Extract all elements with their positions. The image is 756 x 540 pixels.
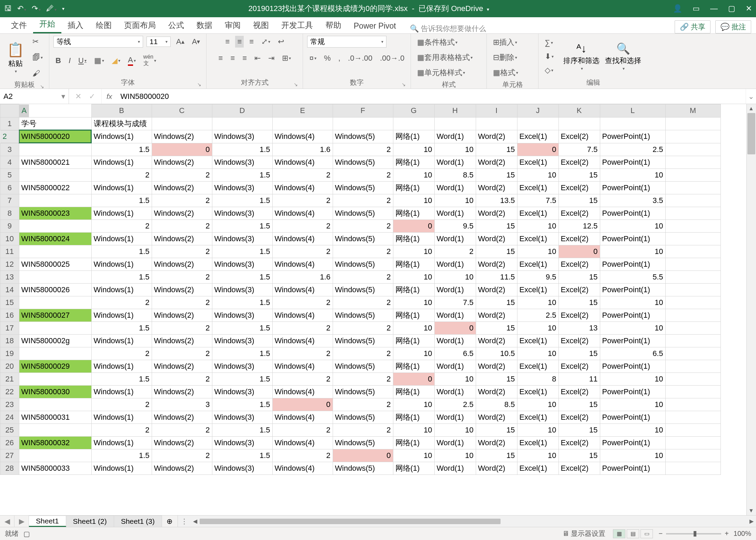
cell-module-label[interactable]: Excel(1) [517,207,558,220]
row-header[interactable]: 26 [0,436,19,449]
cell-module-label[interactable]: Windows(1) [91,207,152,220]
column-header[interactable]: J [517,104,558,118]
cell-module-label[interactable]: Excel(1) [517,385,558,398]
cell[interactable] [19,296,91,309]
cell[interactable] [393,117,434,130]
row-header[interactable]: 7 [0,194,19,207]
delete-cells-button[interactable]: ⊟ 删除▾ [491,51,519,64]
cell-score[interactable]: 2 [272,347,333,360]
cell-score[interactable]: 1.5 [91,143,152,156]
cell-module-label[interactable]: Windows(4) [272,232,333,245]
cell[interactable] [19,322,91,334]
cell-score[interactable]: 1.5 [212,347,272,360]
row-header[interactable]: 21 [0,373,19,385]
cell-module-label[interactable]: 网络(1) [393,207,434,220]
cell[interactable] [19,347,91,360]
cell-score[interactable]: 10 [393,449,434,462]
row-header[interactable]: 9 [0,220,19,232]
increase-font-icon[interactable]: A▴ [174,36,187,48]
cell-score[interactable]: 2.5 [600,143,665,156]
name-box[interactable]: A2 ▾ [0,89,69,104]
cell-module-label[interactable]: Windows(3) [212,334,272,347]
cell[interactable] [665,271,720,283]
tab-开始[interactable]: 开始 [33,15,61,33]
cell-module-label[interactable]: Windows(1) [91,385,152,398]
cell[interactable] [665,207,720,220]
cell-module-label[interactable]: Windows(4) [272,334,333,347]
cell-score[interactable]: 1.5 [91,322,152,334]
cell-module-label[interactable]: Word(2) [476,309,517,322]
cell-student-id[interactable]: WIN58000020 [19,130,91,143]
cell-score[interactable]: 15 [558,169,600,181]
autosave-icon[interactable]: 🖫 [4,4,12,13]
cell-module-label[interactable]: Word(2) [476,334,517,347]
enter-formula-icon[interactable]: ✓ [89,92,95,101]
cell-score[interactable]: 10 [600,449,665,462]
cell-module-label[interactable]: 网络(1) [393,130,434,143]
cell-module-label[interactable]: Windows(4) [272,207,333,220]
tell-me-search[interactable]: 🔍告诉我你想要做什么 [410,24,486,33]
zoom-slider[interactable] [666,533,721,534]
cell-module-label[interactable]: Windows(4) [272,462,333,475]
cell-student-id[interactable]: WIN58000030 [19,385,91,398]
cut-icon[interactable]: ✂ [30,36,45,48]
tab-视图[interactable]: 视图 [247,17,275,33]
column-header[interactable]: A [19,104,29,117]
cell-module-label[interactable]: Word(2) [476,360,517,373]
cell[interactable] [665,232,720,245]
cell-score[interactable]: 10 [517,347,558,360]
cell-module-label[interactable]: Windows(2) [152,385,212,398]
cell[interactable] [665,360,720,373]
cell-module-label[interactable]: Word(2) [476,156,517,169]
align-bottom-icon[interactable]: ≡ [247,36,256,48]
tab-开发工具[interactable]: 开发工具 [275,17,319,33]
cell-score[interactable]: 2 [333,322,393,334]
cell[interactable] [665,143,720,156]
cell-module-label[interactable]: 网络(1) [393,385,434,398]
cell-module-label[interactable]: Excel(1) [517,181,558,194]
sheet-nav-prev-icon[interactable]: ◀ [0,516,14,527]
cell-score[interactable]: 10.5 [476,347,517,360]
minimize-icon[interactable]: — [710,4,718,13]
cell-module-label[interactable]: Windows(1) [91,360,152,373]
column-header[interactable]: B [91,104,152,118]
cell-module-label[interactable]: PowerPoint(1) [600,436,665,449]
cell-score[interactable]: 15 [476,245,517,258]
cell-module-label[interactable]: Windows(2) [152,156,212,169]
cell-module-label[interactable]: Windows(2) [152,232,212,245]
cell-score[interactable]: 10 [393,398,434,411]
cell-module-label[interactable]: PowerPoint(1) [600,258,665,271]
cell-score[interactable]: 2 [272,449,333,462]
phonetic-button[interactable]: wén文▾ [141,52,158,69]
cell-module-label[interactable]: Windows(1) [91,258,152,271]
cell-module-label[interactable]: Windows(2) [152,334,212,347]
cell-score[interactable]: 7.5 [558,143,600,156]
cell-score[interactable]: 15 [558,347,600,360]
expand-formula-bar-icon[interactable]: ⌄ [746,89,756,104]
cell[interactable] [665,156,720,169]
tab-页面布局[interactable]: 页面布局 [118,17,162,33]
insert-cells-button[interactable]: ⊞ 插入▾ [491,36,519,49]
cell-module-label[interactable]: Word(2) [476,283,517,296]
cell[interactable] [19,220,91,232]
italic-button[interactable]: I [67,55,73,67]
scroll-left-icon[interactable]: ◀ [191,517,200,526]
cell-score[interactable]: 1.5 [212,449,272,462]
cell-module-label[interactable]: Windows(2) [152,130,212,143]
cell-module-label[interactable]: 网络(1) [393,258,434,271]
cell-module-label[interactable]: Windows(1) [91,283,152,296]
cell-score[interactable]: 2 [333,347,393,360]
cell-score[interactable]: 15 [558,296,600,309]
cell-module-label[interactable]: Windows(4) [272,385,333,398]
row-header[interactable]: 2 [0,130,19,143]
cell[interactable] [665,322,720,334]
cell-score[interactable]: 13.5 [476,194,517,207]
format-painter-icon[interactable]: 🖌 [30,68,45,79]
cell-score[interactable]: 1.5 [212,398,272,411]
number-format-select[interactable]: 常规▾ [307,36,386,48]
cell-module-label[interactable]: Windows(3) [212,181,272,194]
cell-module-label[interactable]: Windows(4) [272,411,333,424]
cell-module-label[interactable]: Excel(2) [558,334,600,347]
cell-score[interactable]: 13 [558,322,600,334]
align-top-icon[interactable]: ≡ [223,36,232,48]
